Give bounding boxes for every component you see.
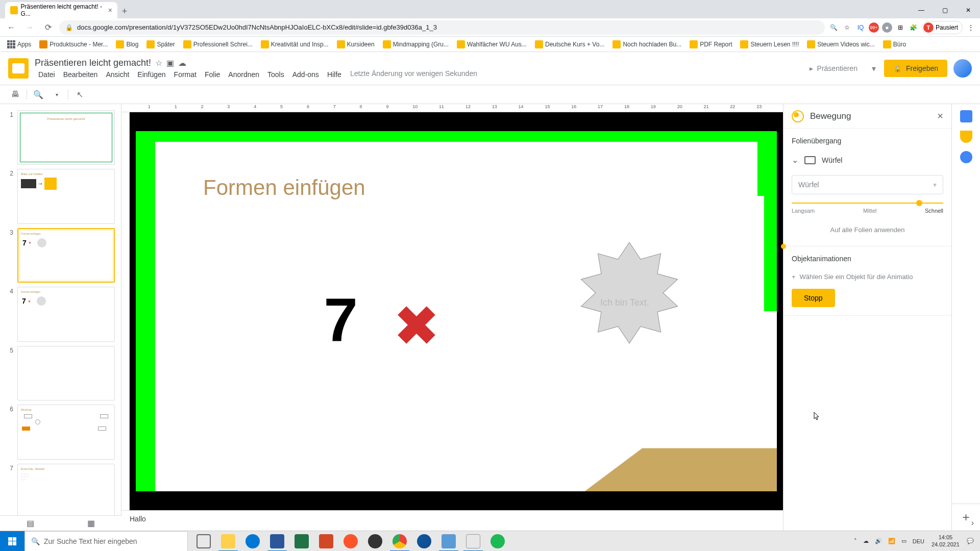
profile-badge[interactable]: T Pausiert [922,21,963,34]
slide-canvas[interactable]: Formen einfügen 7 Ich bin Text. [130,112,783,510]
close-window-button[interactable]: ✕ [957,2,980,18]
slide-thumb-7[interactable]: Erste Folie - Beispiel— — —— — —— — [17,464,115,515]
edge-legacy-icon[interactable] [241,531,264,552]
bookmark-item[interactable]: Produktsuche - Mer... [36,38,111,51]
excel-icon[interactable] [290,531,313,552]
speaker-notes[interactable]: Hallo [121,510,783,531]
slide-thumb-2[interactable]: Bilder und Grafiken→ [17,169,115,223]
taskbar-search[interactable]: 🔍 Zur Suche Text hier eingeben [24,531,188,552]
bookmark-item[interactable]: Noch hochladen Bu... [609,38,684,51]
onedrive-icon[interactable]: ☁ [861,538,871,544]
bookmark-item[interactable]: Kursideen [334,38,378,51]
share-button[interactable]: 🔒 Freigeben [884,60,947,77]
slide-content[interactable]: Formen einfügen 7 Ich bin Text. [136,131,777,492]
zoom-icon[interactable]: 🔍 [31,87,45,102]
grid-view-icon[interactable]: ▦ [87,518,95,528]
last-edit-text[interactable]: Letzte Änderung vor wenigen Sekunden [350,69,477,80]
bookmark-item[interactable]: Später [143,38,178,51]
chrome-icon[interactable] [388,531,411,552]
bookmark-item[interactable]: PDF Report [687,38,735,51]
app-icon[interactable] [437,531,460,552]
add-animation-button[interactable]: + Wählen Sie ein Objekt für die Animatio [792,269,943,285]
start-button[interactable] [0,531,24,552]
big-number[interactable]: 7 [324,284,358,355]
present-dropdown[interactable]: ▾ [870,60,878,78]
slide-thumb-1[interactable]: Präsentieren leicht gemacht [17,110,115,165]
word-icon[interactable] [265,531,289,552]
reload-button[interactable]: ⟳ [41,20,55,35]
minimize-button[interactable]: — [910,2,933,18]
shape-text[interactable]: Ich bin Text. [600,297,649,308]
present-button[interactable]: ▸ Präsentieren [803,60,864,77]
bookmark-star-icon[interactable]: ☆ [842,22,852,33]
slide-thumb-4[interactable]: Formen einfügen7✕ [17,287,115,341]
extensions-menu-icon[interactable]: 🧩 [909,22,919,33]
bookmark-item[interactable]: Deutsche Kurs + Vo... [532,38,607,51]
bookmark-item[interactable]: Mindmapping (Gru... [380,38,452,51]
language-indicator[interactable]: DEU [911,538,926,544]
select-tool-icon[interactable]: ↖ [72,87,87,102]
notifications-icon[interactable]: 💬 [965,538,976,544]
obs-icon[interactable] [363,531,387,552]
address-bar[interactable]: 🔒 docs.google.com/presentation/d/1yV372S… [59,20,825,35]
extension-icon[interactable]: 99+ [869,22,879,33]
transition-type-dropdown[interactable]: Würfel ▾ [792,175,943,194]
apps-shortcut[interactable]: Apps [4,38,34,51]
keep-icon[interactable] [960,131,972,143]
document-title[interactable]: Präsentieren leicht gemacht! [35,58,151,68]
menu-addons[interactable]: Add-ons [289,69,323,80]
back-button[interactable]: ← [4,20,18,35]
app-icon[interactable] [461,531,485,552]
bookmark-item[interactable]: Büro [880,38,909,51]
print-icon[interactable]: 🖶 [8,87,22,102]
filmstrip-view-icon[interactable]: ▤ [27,518,34,528]
menu-datei[interactable]: Datei [35,69,59,80]
slide-thumb-5[interactable] [17,346,115,400]
move-icon[interactable]: ▣ [166,58,174,68]
slide-thumb-3[interactable]: Formen einfügen7✕ [17,228,115,283]
close-panel-icon[interactable]: × [937,110,943,122]
menu-anordnen[interactable]: Anordnen [225,69,263,80]
menu-einfuegen[interactable]: Einfügen [134,69,169,80]
network-icon[interactable]: 📶 [886,538,897,544]
battery-icon[interactable]: ▭ [899,538,909,544]
maximize-button[interactable]: ▢ [933,2,957,18]
speed-slider[interactable]: Langsam Mittel Schnell [792,203,943,214]
transition-expand-row[interactable]: ⌄ Würfel [792,151,943,169]
extension-icon[interactable]: ⊞ [895,22,905,33]
edge-icon[interactable] [412,531,436,552]
bookmark-item[interactable]: Kreativität und Insp... [258,38,332,51]
star-icon[interactable]: ☆ [155,58,162,68]
tasks-icon[interactable] [960,151,972,163]
extension-icon[interactable]: ● [882,22,892,33]
close-tab-icon[interactable]: × [108,6,112,14]
chrome-menu-icon[interactable]: ⋮ [966,22,976,33]
powerpoint-icon[interactable] [314,531,338,552]
menu-folie[interactable]: Folie [201,69,224,80]
zoom-icon[interactable]: 🔍 [829,22,839,33]
red-x-shape[interactable] [396,305,437,345]
menu-tools[interactable]: Tools [264,69,288,80]
spotify-icon[interactable] [486,531,509,552]
task-view-icon[interactable] [192,531,215,552]
bookmark-item[interactable]: Professionell Schrei... [180,38,256,51]
vertical-ruler[interactable] [121,112,130,510]
file-explorer-icon[interactable] [216,531,240,552]
stop-button[interactable]: Stopp [792,289,835,307]
slide-thumb-6[interactable]: Mindmap [17,405,115,459]
forward-button[interactable]: → [22,20,37,35]
menu-hilfe[interactable]: Hilfe [324,69,345,80]
horizontal-ruler[interactable]: 11234567891011121314151617181920212223 [121,104,783,112]
browser-tab[interactable]: Präsentieren leicht gemacht! - G... × [5,2,117,18]
slide-title-text[interactable]: Formen einfügen [203,176,365,200]
brave-icon[interactable] [339,531,362,552]
bookmark-item[interactable]: Steuern Videos wic... [804,38,878,51]
zoom-dropdown-icon[interactable]: ▾ [50,87,64,102]
volume-icon[interactable]: 🔊 [873,538,884,544]
extension-icon[interactable]: IQ [855,22,866,33]
bookmark-item[interactable]: Blog [113,38,141,51]
slides-logo-icon[interactable] [8,58,29,79]
clock[interactable]: 14:05 24.02.2021 [928,534,963,547]
cloud-icon[interactable]: ☁ [178,58,186,68]
account-avatar[interactable] [953,59,972,78]
